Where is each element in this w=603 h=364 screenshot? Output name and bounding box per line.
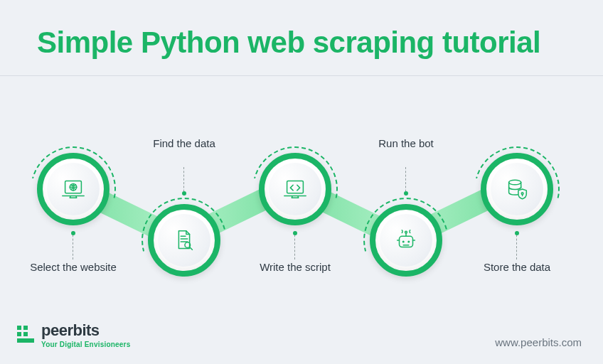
step-node: [37, 153, 110, 225]
label-connector: [516, 231, 517, 259]
svg-rect-14: [17, 338, 34, 343]
svg-point-5: [402, 240, 405, 242]
step-label: Find the data: [138, 137, 230, 151]
peerbits-mark-icon: [17, 326, 36, 344]
database-shield-icon: [491, 163, 543, 215]
step-node: [259, 153, 331, 225]
step-label: Run the bot: [360, 137, 452, 151]
label-connector: [183, 167, 184, 196]
svg-rect-3: [287, 181, 304, 193]
step-label: Store the data: [471, 261, 563, 274]
brand-logo: peerbits Your Digital Envisioneers: [17, 321, 130, 348]
laptop-code-icon: [269, 163, 321, 215]
step-node: [481, 153, 553, 225]
step-label: Select the website: [27, 261, 119, 274]
label-connector: [405, 167, 406, 196]
svg-point-6: [407, 240, 410, 242]
svg-point-7: [405, 231, 407, 233]
page-title: Simple Python web scraping tutorial: [0, 0, 603, 75]
divider: [0, 75, 603, 76]
tutorial-flow: Select the website Find the data Write t…: [0, 97, 603, 282]
svg-rect-10: [17, 326, 21, 330]
svg-rect-11: [23, 326, 28, 330]
document-search-icon: [158, 214, 210, 267]
label-connector: [73, 231, 73, 259]
brand-name: peerbits: [41, 321, 130, 340]
step-node: [148, 204, 220, 277]
step-node: [370, 204, 442, 277]
brand-tagline: Your Digital Envisioneers: [41, 341, 130, 348]
svg-rect-12: [17, 332, 21, 336]
robot-icon: [380, 214, 432, 267]
svg-point-8: [509, 180, 521, 185]
svg-rect-13: [23, 332, 28, 336]
website-url: www.peerbits.com: [495, 336, 582, 348]
label-connector: [294, 231, 295, 259]
step-label: Write the script: [249, 261, 341, 274]
laptop-globe-icon: [47, 163, 100, 215]
